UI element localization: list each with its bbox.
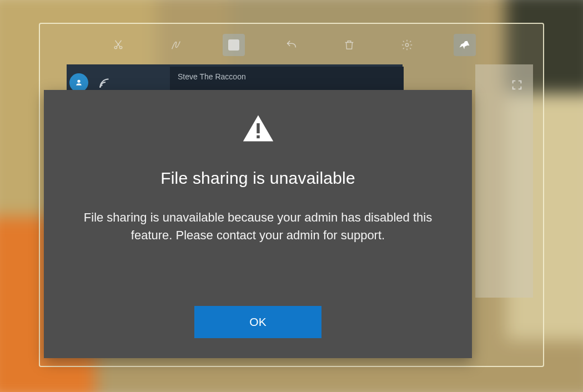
draw-icon[interactable] xyxy=(165,34,187,56)
svg-point-4 xyxy=(405,43,409,47)
trash-icon[interactable] xyxy=(338,34,360,56)
undo-icon[interactable] xyxy=(280,34,303,56)
svg-point-0 xyxy=(114,46,117,48)
avatar[interactable] xyxy=(69,73,88,92)
ok-button[interactable]: OK xyxy=(194,306,321,338)
stop-icon[interactable] xyxy=(223,34,245,56)
settings-icon[interactable] xyxy=(396,34,418,56)
error-dialog: File sharing is unavailable File sharing… xyxy=(44,90,472,358)
participant-name-label: Steve The Raccoon xyxy=(178,72,246,81)
pin-icon[interactable] xyxy=(454,34,476,56)
cut-icon[interactable] xyxy=(107,34,129,56)
side-panel xyxy=(475,64,533,298)
svg-rect-5 xyxy=(257,123,259,133)
dialog-title: File sharing is unavailable xyxy=(160,169,355,188)
svg-rect-6 xyxy=(257,135,259,138)
broadcast-icon[interactable] xyxy=(98,76,112,90)
svg-point-1 xyxy=(119,46,122,48)
toolbar xyxy=(40,29,543,61)
dialog-message: File sharing is unavailable because your… xyxy=(64,209,453,244)
warning-icon xyxy=(242,113,274,143)
participant-name-tab[interactable]: Steve The Raccoon xyxy=(170,67,404,91)
fullscreen-icon[interactable] xyxy=(511,79,523,91)
